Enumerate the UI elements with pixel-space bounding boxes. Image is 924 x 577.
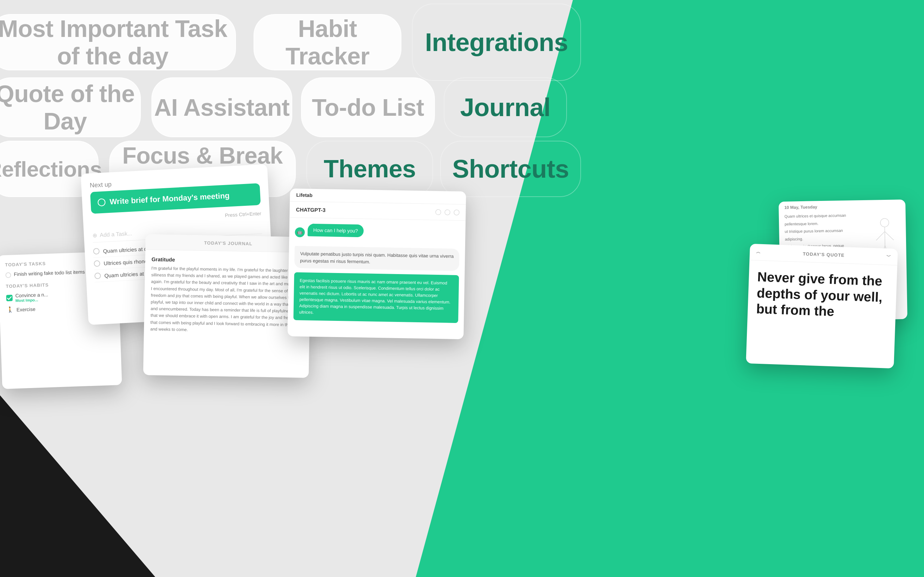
task-radio-3[interactable] — [94, 273, 101, 279]
widget-quote[interactable]: Quote of the Day — [0, 77, 141, 137]
add-icon: ⊕ — [92, 232, 97, 239]
widget-themes[interactable]: Themes — [306, 141, 433, 197]
chat-user-message: How can I help you? — [307, 224, 363, 237]
widget-habit[interactable]: Habit Tracker — [254, 14, 401, 70]
task-radio-1[interactable] — [93, 248, 100, 255]
quote-card: ︿ TODAY'S QUOTE ﹀ Never give from the de… — [746, 244, 898, 368]
ai-chat-card: Lifetab CHATGPT-3 🤖 How can I help you? … — [288, 189, 466, 340]
user-avatar: 🤖 — [295, 227, 305, 237]
task-text: Finish writing fake todo list items — [14, 269, 85, 277]
widget-mit[interactable]: Most Important Task of the day — [0, 14, 236, 70]
widget-shortcuts[interactable]: Shortcuts — [440, 141, 581, 197]
ai-header-icons — [435, 209, 459, 215]
chatgpt-label: CHATGPT-3 — [296, 206, 326, 213]
quote-header-label: TODAY'S QUOTE — [803, 251, 845, 258]
exercise-icon: 🚶 — [7, 306, 14, 313]
task-radio-2[interactable] — [94, 260, 100, 267]
expand-icon[interactable] — [444, 210, 450, 215]
close-icon[interactable] — [454, 210, 459, 215]
svg-line-2 — [876, 232, 885, 240]
chat-ai-reply-1: Vulputate penatibus justo turpis nisi qu… — [294, 246, 460, 271]
habit-check-icon — [6, 295, 13, 301]
mit-tag: Most Impo... — [16, 297, 48, 303]
task-circle-icon — [97, 198, 106, 206]
widget-journal[interactable]: Journal — [444, 77, 567, 137]
chat-ai-reply-2: Egestas facilisis posuere risus mauris a… — [293, 272, 459, 323]
habit-text-1: Convince a n... — [15, 292, 48, 298]
svg-line-1 — [885, 227, 885, 246]
chat-body: 🤖 How can I help you? Vulputate penatibu… — [288, 218, 465, 340]
quote-chevron-up[interactable]: ︿ — [756, 249, 761, 255]
exercise-text: Exercise — [16, 306, 36, 313]
task-highlight-text: Write brief for Monday's meeting — [110, 191, 230, 206]
widget-todo[interactable]: To-do List — [301, 77, 435, 137]
settings-icon[interactable] — [435, 209, 441, 214]
task-checkbox[interactable] — [5, 272, 11, 278]
chat-user-row: 🤖 How can I help you? — [295, 223, 460, 244]
gratitude-label: Gratitude — [152, 256, 304, 265]
quote-body: Never give from the depths of your well,… — [747, 260, 897, 330]
svg-line-3 — [885, 231, 894, 240]
quote-text: Never give from the depths of your well,… — [756, 269, 889, 322]
widget-integrations[interactable]: Integrations — [412, 3, 581, 81]
widget-ai[interactable]: AI Assistant — [152, 77, 292, 137]
journal-card: TODAY'S JOURNAL Gratitude I'm grateful f… — [143, 234, 311, 378]
gratitude-text: I'm grateful for the playful moments in … — [150, 265, 304, 335]
add-task-placeholder: Add a Task... — [100, 230, 132, 238]
svg-point-0 — [880, 219, 889, 227]
quote-chevron-down[interactable]: ﹀ — [886, 253, 892, 259]
